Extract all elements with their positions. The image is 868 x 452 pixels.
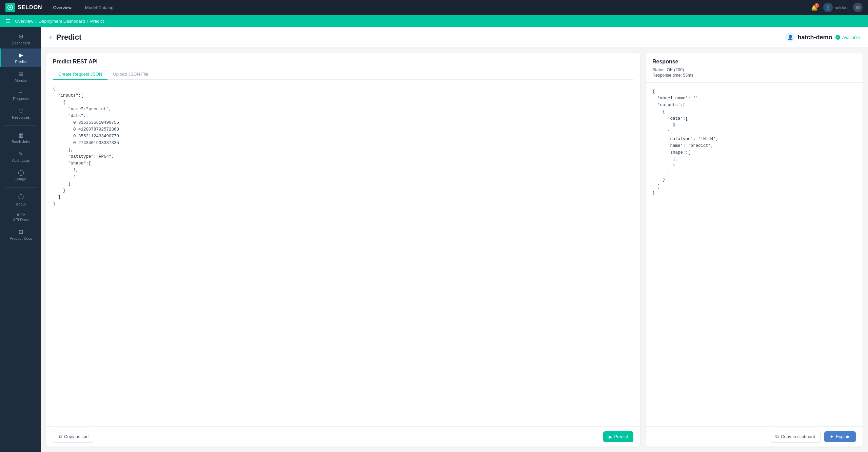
sidebar: ⊞ Dashboard ▶ Predict ▤ Monitor ↔ Reques… xyxy=(0,27,41,452)
sidebar-item-about[interactable]: ⓘ About xyxy=(0,190,41,210)
sidebar-label-usage: Usage xyxy=(16,177,26,181)
predict-button[interactable]: ▶ Predict xyxy=(603,431,633,442)
sidebar-item-resources[interactable]: ⬡ Resources xyxy=(0,104,41,123)
requests-icon: ↔ xyxy=(18,89,24,95)
breadcrumb-predict: Predict xyxy=(90,19,104,24)
product-docs-icon: ⊡ xyxy=(19,229,23,235)
top-nav: SELDON Overview Model Catalog 🔔 1 👤 seld… xyxy=(0,0,868,15)
notifications-button[interactable]: 🔔 1 xyxy=(811,4,818,11)
sidebar-item-batch-jobs[interactable]: ▦ Batch Jobs xyxy=(0,129,41,147)
panels-container: Predict REST API Create Request JSON Upl… xyxy=(41,48,868,452)
sidebar-label-requests: Requests xyxy=(13,97,28,101)
left-panel-body: { "inputs":[ { "name":"predict", "data":… xyxy=(46,80,640,426)
breadcrumb-sep-1: / xyxy=(35,19,37,24)
resources-icon: ⬡ xyxy=(19,107,23,114)
available-badge: ✓ Available xyxy=(835,35,860,40)
sidebar-item-product-docs[interactable]: ⊡ Product Docs xyxy=(0,225,41,244)
sidebar-label-about: About xyxy=(16,202,26,206)
settings-button[interactable]: ⚙ xyxy=(853,3,863,12)
sidebar-item-requests[interactable]: ↔ Requests xyxy=(0,86,41,104)
hamburger-icon[interactable]: ☰ xyxy=(5,18,10,24)
predict-run-icon: ▶ xyxy=(609,434,612,439)
notification-badge: 1 xyxy=(814,3,819,8)
svg-point-1 xyxy=(9,6,11,8)
nav-right: 🔔 1 👤 seldon ⚙ xyxy=(811,3,863,12)
username: seldon xyxy=(835,5,848,10)
predict-icon: ▶ xyxy=(19,52,23,58)
audit-logs-icon: ✎ xyxy=(19,151,23,157)
breadcrumb-sep-2: / xyxy=(87,19,88,24)
available-dot: ✓ xyxy=(835,35,840,40)
right-panel: Response Status: OK (200) Response time:… xyxy=(646,53,863,447)
breadcrumb-overview[interactable]: Overview xyxy=(15,19,33,24)
left-panel: Predict REST API Create Request JSON Upl… xyxy=(46,53,640,447)
available-text: Available xyxy=(842,35,860,40)
deployment-icon: 👤 xyxy=(785,33,795,42)
request-json-editor[interactable]: { "inputs":[ { "name":"predict", "data":… xyxy=(53,85,633,208)
user-menu[interactable]: 👤 seldon xyxy=(823,3,848,12)
copy-as-curl-button[interactable]: ⧉ Copy as curl xyxy=(53,431,94,443)
tab-upload-json-file[interactable]: Upload JSON File xyxy=(107,69,154,80)
explain-button[interactable]: ✦ Explain xyxy=(824,431,856,442)
sidebar-item-audit-logs[interactable]: ✎ Audit Logs xyxy=(0,147,41,166)
sidebar-item-predict[interactable]: ▶ Predict xyxy=(0,48,41,67)
breadcrumb-bar: ☰ Overview / Deployment Dashboard / Pred… xyxy=(0,15,868,27)
content-area: + Predict 👤 batch-demo ✓ Available Predi… xyxy=(41,27,868,452)
batch-jobs-icon: ▦ xyxy=(18,132,23,138)
nav-overview[interactable]: Overview xyxy=(51,4,74,12)
sidebar-label-dashboard: Dashboard xyxy=(12,41,30,45)
clipboard-icon: ⧉ xyxy=(775,434,779,439)
sidebar-item-monitor[interactable]: ▤ Monitor xyxy=(0,67,41,86)
usage-icon: ◯ xyxy=(18,169,24,176)
dashboard-icon: ⊞ xyxy=(19,33,23,40)
response-header: Response Status: OK (200) Response time:… xyxy=(646,53,863,83)
logo-icon xyxy=(5,3,15,12)
left-panel-footer: ⧉ Copy as curl ▶ Predict xyxy=(46,426,640,447)
main-layout: ⊞ Dashboard ▶ Predict ▤ Monitor ↔ Reques… xyxy=(0,27,868,452)
deployment-info: 👤 batch-demo ✓ Available xyxy=(785,33,860,42)
sidebar-label-product-docs: Product Docs xyxy=(9,236,32,240)
breadcrumb-deployment[interactable]: Deployment Dashboard xyxy=(39,19,85,24)
sidebar-divider-1 xyxy=(4,125,37,126)
response-meta: Status: OK (200) Response time: 55ms xyxy=(652,67,856,78)
left-panel-title: Predict REST API xyxy=(53,59,633,65)
copy-to-clipboard-button[interactable]: ⧉ Copy to clipboard xyxy=(770,431,821,443)
page-title-icon: + xyxy=(49,34,53,41)
response-time: Response time: 55ms xyxy=(652,73,856,78)
left-panel-header: Predict REST API Create Request JSON Upl… xyxy=(46,53,640,80)
sidebar-label-audit-logs: Audit Logs xyxy=(12,158,30,162)
monitor-icon: ▤ xyxy=(18,71,23,77)
logo: SELDON xyxy=(5,3,42,12)
response-title: Response xyxy=(652,59,856,65)
sidebar-divider-2 xyxy=(4,187,37,188)
deployment-name-text: batch-demo xyxy=(797,34,832,41)
response-body: { 'model_name': '', 'outputs':[ { 'data'… xyxy=(646,83,863,426)
about-icon: ⓘ xyxy=(18,194,24,201)
tab-create-request-json[interactable]: Create Request JSON xyxy=(53,69,107,80)
response-json: { 'model_name': '', 'outputs':[ { 'data'… xyxy=(652,88,856,197)
sidebar-label-predict: Predict xyxy=(15,60,26,64)
nav-model-catalog[interactable]: Model Catalog xyxy=(82,4,116,12)
sidebar-label-resources: Resources xyxy=(12,115,30,119)
logo-text: SELDON xyxy=(18,4,42,11)
page-title: Predict xyxy=(56,33,82,42)
copy-icon: ⧉ xyxy=(59,434,62,439)
response-footer: ⧉ Copy to clipboard ✦ Explain xyxy=(646,426,863,447)
tabs: Create Request JSON Upload JSON File xyxy=(53,69,633,80)
sidebar-item-api-docs[interactable]: HTTP API Docs xyxy=(0,210,41,225)
deployment-name: 👤 batch-demo xyxy=(785,33,832,42)
sidebar-item-usage[interactable]: ◯ Usage xyxy=(0,166,41,184)
page-title-area: + Predict xyxy=(49,33,81,42)
sidebar-label-batch-jobs: Batch Jobs xyxy=(12,140,30,144)
sidebar-item-dashboard[interactable]: ⊞ Dashboard xyxy=(0,30,41,48)
sidebar-label-monitor: Monitor xyxy=(15,78,27,82)
explain-icon: ✦ xyxy=(830,434,834,439)
api-docs-icon: HTTP xyxy=(17,213,25,216)
sidebar-label-api-docs: API Docs xyxy=(13,218,29,222)
response-status: Status: OK (200) xyxy=(652,67,856,72)
page-header: + Predict 👤 batch-demo ✓ Available xyxy=(41,27,868,48)
avatar: 👤 xyxy=(823,3,833,12)
